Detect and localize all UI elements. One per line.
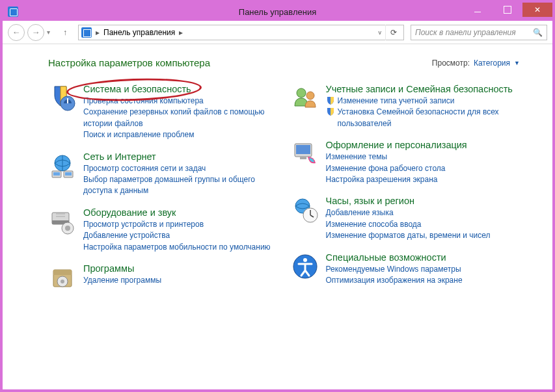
category-programs: Программы Удаление программы [48,263,278,292]
category-clock: Часы, язык и регион Добавление языка Изм… [291,196,521,241]
shield-icon [326,107,335,116]
up-button[interactable]: ↑ [59,28,72,37]
category-title[interactable]: Программы [83,263,134,274]
category-link[interactable]: Изменение форматов даты, времени и чисел [326,230,521,241]
search-icon[interactable]: 🔍 [533,28,543,37]
category-link[interactable]: Оптимизация изображения на экране [326,275,521,286]
titlebar: Панель управления [3,3,552,21]
category-title[interactable]: Оборудование и звук [83,207,176,218]
view-selector: Просмотр: Категория ▼ [432,59,520,68]
category-columns: Система и безопасность Проверка состояни… [48,84,520,302]
address-sep-icon: ▸ [96,28,100,37]
close-button[interactable] [522,3,552,17]
minimize-button[interactable] [463,3,493,17]
accounts-icon [291,84,319,112]
category-link[interactable]: Изменение типа учетной записи [338,96,455,107]
category-link[interactable]: Удаление программы [83,275,278,286]
window-title: Панель управления [239,7,316,17]
hardware-icon [48,207,77,236]
address-dropdown-icon[interactable]: v [379,29,382,36]
address-bar[interactable]: ▸ Панель управления ▸ v ⟳ [78,25,404,40]
clock-icon [291,196,319,224]
window-controls [463,3,552,18]
search-input[interactable] [415,28,529,37]
category-title[interactable]: Часы, язык и регион [326,196,414,206]
category-title[interactable]: Система и безопасность [83,84,191,94]
category-accessibility: Специальные возможности Рекомендуемые Wi… [291,252,521,287]
category-title[interactable]: Специальные возможности [326,252,446,263]
category-accounts: Учетные записи и Семейная безопасность И… [291,84,521,129]
programs-icon [48,263,77,292]
view-value[interactable]: Категория [474,59,510,68]
category-link[interactable]: Добавление устройства [83,230,278,241]
search-box[interactable]: 🔍 [411,25,547,40]
control-panel-icon [8,7,18,17]
navbar: ← → ▾ ↑ ▸ Панель управления ▸ v ⟳ 🔍 [3,21,552,44]
left-column: Система и безопасность Проверка состояни… [48,84,278,302]
category-network: Сеть и Интернет Просмотр состояния сети … [48,151,278,197]
shield-icon [326,96,335,105]
system-security-icon [48,84,77,112]
history-dropdown[interactable]: ▾ [47,29,56,36]
category-link[interactable]: Добавление языка [326,207,521,218]
forward-button[interactable]: → [27,24,44,41]
back-button[interactable]: ← [8,24,25,41]
svg-point-10 [65,226,70,231]
refresh-button[interactable]: ⟳ [385,25,401,40]
category-appearance: Оформление и персонализация Изменение те… [291,140,521,185]
category-title[interactable]: Сеть и Интернет [83,151,156,162]
category-link[interactable]: Сохранение резервных копий файлов с помо… [83,107,278,129]
svg-point-23 [303,258,307,262]
category-link[interactable]: Изменение темы [326,151,521,163]
control-panel-addr-icon [81,27,92,38]
category-title[interactable]: Оформление и персонализация [326,140,467,150]
category-link[interactable]: Просмотр устройств и принтеров [83,219,278,230]
network-icon [48,151,77,180]
category-title[interactable]: Учетные записи и Семейная безопасность [326,84,513,94]
appearance-icon [291,140,319,168]
chevron-down-icon[interactable]: ▼ [514,60,520,66]
category-link[interactable]: Настройка параметров мобильности по умол… [83,242,278,253]
category-link[interactable]: Изменение фона рабочего стола [326,163,521,174]
page-heading: Настройка параметров компьютера [48,57,210,68]
category-link[interactable]: Рекомендуемые Windows параметры [326,264,521,275]
category-link[interactable]: Просмотр состояния сети и задач [83,163,278,174]
maximize-button[interactable] [493,3,522,17]
svg-rect-12 [53,270,72,275]
category-link[interactable]: Выбор параметров домашней группы и общег… [83,174,278,197]
svg-rect-1 [67,98,68,103]
address-sep-icon: ▸ [179,28,183,37]
svg-rect-5 [53,172,60,176]
svg-rect-19 [300,157,306,159]
category-link[interactable]: Изменение способа ввода [326,219,521,230]
category-link[interactable]: Проверка состояния компьютера [83,96,278,107]
category-hardware: Оборудование и звук Просмотр устройств и… [48,207,278,253]
category-link[interactable]: Поиск и исправление проблем [83,129,278,140]
category-link[interactable]: Установка Семейной безопасности для всех… [338,107,521,129]
category-system-security: Система и безопасность Проверка состояни… [48,84,278,141]
category-link[interactable]: Настройка разрешения экрана [326,174,521,185]
svg-point-14 [61,280,64,283]
svg-rect-18 [296,145,310,154]
svg-rect-6 [65,172,72,176]
view-label: Просмотр: [432,59,470,68]
svg-point-15 [297,88,306,98]
content-header: Настройка параметров компьютера Просмотр… [48,57,520,68]
control-panel-window: Панель управления ← → ▾ ↑ ▸ Панель управ… [0,0,555,392]
content-area: Настройка параметров компьютера Просмотр… [3,44,552,389]
svg-point-16 [306,92,314,99]
breadcrumb[interactable]: Панель управления [103,28,175,37]
accessibility-icon [291,252,319,281]
right-column: Учетные записи и Семейная безопасность И… [291,84,521,302]
